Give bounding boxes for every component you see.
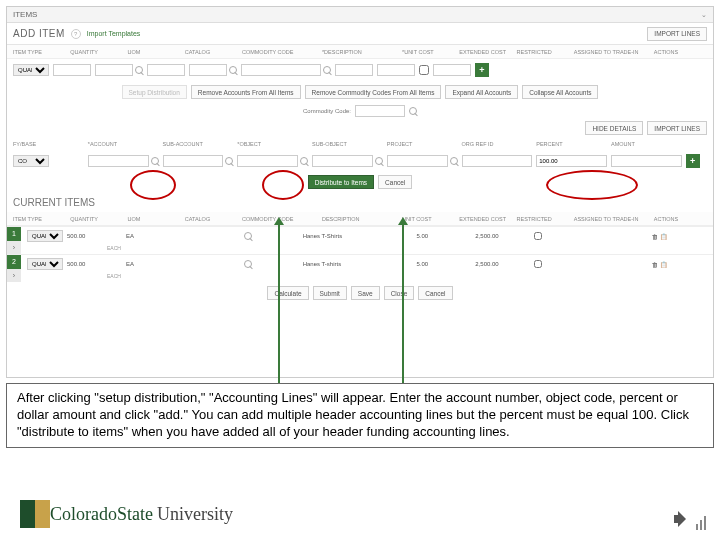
- current-item-1: 1› QUANTITY 500.00 EA Hanes T-Shirts 5.0…: [7, 226, 713, 254]
- instruction-caption: After clicking "setup distribution," "Ac…: [6, 383, 714, 448]
- fybase-select[interactable]: CO: [13, 155, 49, 167]
- collapse-all-button[interactable]: Collapse All Accounts: [522, 85, 598, 99]
- import-lines-button-2[interactable]: IMPORT LINES: [647, 121, 707, 135]
- quantity-input[interactable]: [53, 64, 91, 76]
- app-screenshot: ITEMS ⌄ ADD ITEM ? Import Templates IMPO…: [6, 6, 714, 378]
- current-item-2: 2› QUANTITY 500.00 EA Hanes T-shirts 5.0…: [7, 254, 713, 282]
- accounting-line-row: CO +: [7, 151, 713, 171]
- search-icon[interactable]: [244, 232, 252, 240]
- object-input[interactable]: [237, 155, 298, 167]
- search-icon[interactable]: [375, 157, 383, 165]
- search-icon[interactable]: [225, 157, 233, 165]
- search-icon[interactable]: [450, 157, 458, 165]
- item-column-headers: ITEM TYPE QUANTITY UOM CATALOG COMMODITY…: [7, 45, 713, 59]
- trade-in-input[interactable]: [433, 64, 471, 76]
- items-section-header[interactable]: ITEMS ⌄: [7, 7, 713, 23]
- commodity-code-input[interactable]: [189, 64, 227, 76]
- sub-object-input[interactable]: [312, 155, 373, 167]
- commodity-code-field[interactable]: [355, 105, 405, 117]
- csu-logo: ColoradoState University: [20, 500, 233, 528]
- submit-button[interactable]: Submit: [313, 286, 347, 300]
- accounting-headers: FY/BASE *ACCOUNT SUB-ACCOUNT *OBJECT SUB…: [7, 137, 713, 151]
- distribute-button[interactable]: Distribute to Items: [308, 175, 374, 189]
- search-icon[interactable]: [300, 157, 308, 165]
- cancel-button-2[interactable]: Cancel: [418, 286, 452, 300]
- search-icon[interactable]: [409, 107, 417, 115]
- current-item-headers: ITEM TYPE QUANTITY UOM CATALOG COMMODITY…: [7, 212, 713, 226]
- add-item-button[interactable]: +: [475, 63, 489, 77]
- search-icon[interactable]: [323, 66, 331, 74]
- restricted-cb[interactable]: [534, 260, 542, 268]
- items-label: ITEMS: [13, 10, 37, 19]
- speaker-icon: [672, 508, 706, 530]
- remove-accounts-button[interactable]: Remove Accounts From All Items: [191, 85, 301, 99]
- expand-icon[interactable]: ›: [7, 241, 21, 255]
- search-icon[interactable]: [151, 157, 159, 165]
- hide-details-button[interactable]: HIDE DETAILS: [585, 121, 643, 135]
- expand-icon[interactable]: ›: [7, 269, 21, 283]
- extended-cost-input[interactable]: [377, 64, 415, 76]
- add-item-bar: ADD ITEM ? Import Templates IMPORT LINES: [7, 23, 713, 45]
- sub-account-input[interactable]: [163, 155, 224, 167]
- close-button[interactable]: Close: [384, 286, 415, 300]
- add-item-row: QUANTITY +: [7, 59, 713, 81]
- distribution-actions: Setup Distribution Remove Accounts From …: [7, 81, 713, 103]
- remove-commodity-button[interactable]: Remove Commodity Codes From All Items: [305, 85, 442, 99]
- form-footer-actions: Calculate Submit Save Close Cancel: [7, 282, 713, 304]
- commodity-code-row: Commodity Code:: [7, 103, 713, 119]
- annotation-arrow-2: [402, 222, 404, 388]
- logo-mark-icon: [20, 500, 50, 528]
- item-type-select[interactable]: QUANTITY: [13, 64, 49, 76]
- description-input[interactable]: [241, 64, 321, 76]
- account-input[interactable]: [88, 155, 149, 167]
- current-items-title: CURRENT ITEMS: [7, 193, 713, 212]
- percent-input[interactable]: [536, 155, 607, 167]
- ci-type-select[interactable]: QUANTITY: [27, 258, 63, 270]
- annotation-arrow-1: [278, 222, 280, 388]
- calculate-button[interactable]: Calculate: [267, 286, 308, 300]
- restricted-checkbox[interactable]: [419, 65, 429, 75]
- project-input[interactable]: [387, 155, 448, 167]
- ci-type-select[interactable]: QUANTITY: [27, 230, 63, 242]
- unit-cost-input[interactable]: [335, 64, 373, 76]
- org-ref-input[interactable]: [462, 155, 533, 167]
- amount-input[interactable]: [611, 155, 682, 167]
- catalog-input[interactable]: [147, 64, 185, 76]
- import-templates-link[interactable]: Import Templates: [87, 30, 141, 37]
- add-accounting-line-button[interactable]: +: [686, 154, 700, 168]
- expand-all-button[interactable]: Expand All Accounts: [445, 85, 518, 99]
- import-lines-button[interactable]: IMPORT LINES: [647, 27, 707, 41]
- search-icon[interactable]: [229, 66, 237, 74]
- uom-input[interactable]: [95, 64, 133, 76]
- search-icon[interactable]: [244, 260, 252, 268]
- restricted-cb[interactable]: [534, 232, 542, 240]
- help-icon[interactable]: ?: [71, 29, 81, 39]
- search-icon[interactable]: [135, 66, 143, 74]
- save-button[interactable]: Save: [351, 286, 380, 300]
- setup-distribution-button[interactable]: Setup Distribution: [122, 85, 187, 99]
- collapse-icon[interactable]: ⌄: [701, 11, 707, 19]
- cancel-button[interactable]: Cancel: [378, 175, 412, 189]
- add-item-title: ADD ITEM: [13, 28, 65, 39]
